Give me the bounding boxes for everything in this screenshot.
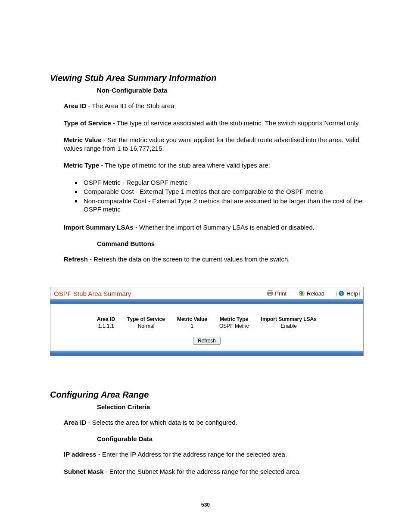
- print-button[interactable]: Print: [267, 290, 286, 297]
- svg-rect-0: [268, 291, 272, 292]
- th-import: Import Summary LSAs: [255, 316, 323, 323]
- ip-para: IP address - Enter the IP Address for th…: [64, 450, 364, 459]
- help-icon: ?: [338, 290, 345, 296]
- th-metric-value: Metric Value: [171, 316, 213, 323]
- metric-type-para: Metric Type - The type of metric for the…: [64, 161, 364, 170]
- svg-text:?: ?: [340, 292, 342, 296]
- reload-icon: [299, 290, 305, 296]
- import-lsa-label: Import Summary LSAs: [64, 224, 134, 231]
- th-metric-type: Metric Type: [213, 316, 255, 323]
- panel-title: OSPF Stub Area Summary: [54, 290, 255, 297]
- reload-button[interactable]: Reload: [299, 290, 324, 297]
- area-id-label: Area ID: [64, 102, 87, 109]
- section1-title: Viewing Stub Area Summary Information: [50, 73, 364, 83]
- s2-area-id-label: Area ID: [64, 419, 87, 426]
- th-area-id: Area ID: [91, 316, 121, 323]
- list-item: Comparable Cost - External Type 1 metric…: [82, 187, 364, 196]
- metric-type-list: OSPF Metric - Regular OSPF metric Compar…: [70, 178, 364, 214]
- td-metric-type: OSPF Metric: [213, 323, 255, 329]
- metric-value-label: Metric Value: [64, 136, 102, 143]
- mask-para: Subnet Mask - Enter the Subnet Mask for …: [64, 467, 364, 476]
- ip-text: - Enter the IP Address for the address r…: [97, 451, 287, 458]
- mask-label: Subnet Mask: [64, 468, 104, 475]
- td-tos: Normal: [121, 323, 171, 329]
- panel-bottom-bar: [50, 351, 363, 356]
- ip-label: IP address: [64, 451, 97, 458]
- panel-top-bar: [50, 299, 363, 304]
- ospf-panel: OSPF Stub Area Summary Print Reload ? He…: [50, 287, 364, 356]
- refresh-button[interactable]: Refresh: [193, 337, 221, 345]
- svg-rect-2: [268, 294, 271, 296]
- sub-selection-criteria: Selection Criteria: [97, 403, 364, 411]
- metric-type-text: - The type of metric for the stub area w…: [99, 162, 270, 169]
- tos-label: Type of Service: [64, 119, 111, 127]
- refresh-label: Refresh: [64, 255, 88, 263]
- s2-area-id-para: Area ID - Selects the area for which dat…: [64, 418, 364, 427]
- reload-label: Reload: [307, 290, 324, 297]
- help-label: Help: [346, 290, 358, 297]
- panel-body: Area ID Type of Service Metric Value Met…: [50, 304, 363, 351]
- list-item: Non-comparable Cost - External Type 2 me…: [82, 197, 364, 214]
- printer-icon: [267, 290, 273, 296]
- metric-value-text: - Set the metric value you want applied …: [64, 136, 359, 152]
- tos-para: Type of Service - The type of service as…: [64, 119, 364, 128]
- refresh-para: Refresh - Refresh the data on the screen…: [64, 255, 364, 264]
- th-tos: Type of Service: [121, 316, 171, 323]
- area-id-text: - The Area ID of the Stub area: [87, 102, 174, 109]
- sub-nonconfig-data: Non-Configurable Data: [97, 87, 364, 94]
- td-area-id: 1.1.1.1: [91, 323, 121, 329]
- help-button[interactable]: ? Help: [336, 290, 360, 297]
- list-item: OSPF Metric - Regular OSPF metric: [82, 178, 364, 187]
- import-lsa-text: - Whether the import of Summary LSAs is …: [134, 224, 314, 231]
- refresh-text: - Refresh the data on the screen to the …: [88, 255, 290, 263]
- sub-command-buttons: Command Buttons: [97, 240, 364, 247]
- mask-text: - Enter the Subnet Mask for the address …: [104, 468, 301, 475]
- print-label: Print: [275, 290, 286, 297]
- tos-text: - The type of service associated with th…: [111, 119, 360, 127]
- td-metric-value: 1: [171, 323, 213, 329]
- import-lsa-para: Import Summary LSAs - Whether the import…: [64, 223, 364, 232]
- area-id-para: Area ID - The Area ID of the Stub area: [64, 102, 364, 110]
- summary-table: Area ID Type of Service Metric Value Met…: [91, 316, 323, 329]
- panel-header: OSPF Stub Area Summary Print Reload ? He…: [50, 287, 363, 299]
- metric-type-label: Metric Type: [64, 162, 99, 169]
- sub-configurable-data: Configurable Data: [97, 435, 364, 442]
- s2-area-id-text: - Selects the area for which data is to …: [87, 419, 237, 426]
- section2-title: Configuring Area Range: [50, 390, 364, 400]
- metric-value-para: Metric Value - Set the metric value you …: [64, 136, 364, 152]
- page-number: 530: [0, 502, 411, 508]
- table-row: 1.1.1.1 Normal 1 OSPF Metric Enable: [91, 323, 323, 329]
- table-header-row: Area ID Type of Service Metric Value Met…: [91, 316, 323, 323]
- td-import: Enable: [255, 323, 323, 329]
